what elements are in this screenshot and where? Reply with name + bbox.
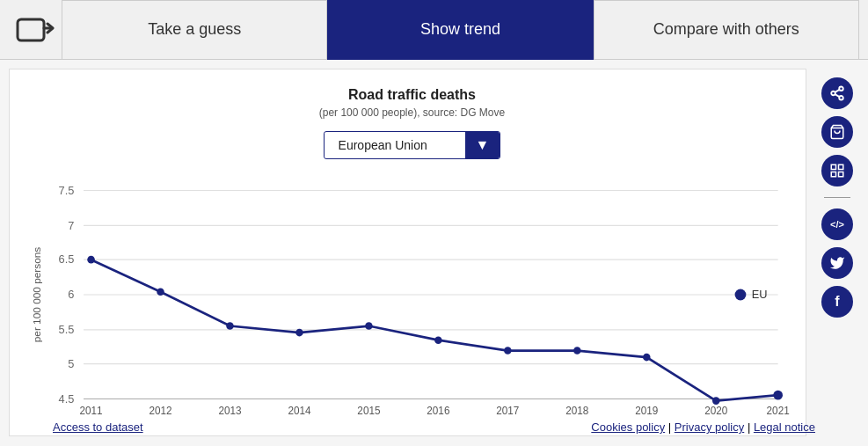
footer-right: Cookies policy | Privacy policy | Legal … (591, 420, 815, 434)
chart-card: Road traffic deaths (per 100 000 people)… (9, 69, 806, 436)
access-dataset-link[interactable]: Access to dataset (53, 420, 143, 434)
dropdown-chevron[interactable]: ▼ (465, 132, 500, 158)
dropdown-value: European Union (325, 133, 465, 157)
chart-title: Road traffic deaths (27, 87, 797, 103)
svg-text:2014: 2014 (288, 405, 311, 416)
svg-text:2017: 2017 (496, 405, 519, 416)
chart-area: 7.5 7 6.5 6 5.5 5 4.5 2011 2012 (27, 172, 797, 418)
svg-point-32 (434, 336, 442, 344)
side-divider (824, 197, 850, 198)
svg-point-30 (295, 329, 303, 337)
svg-text:2016: 2016 (427, 405, 450, 416)
svg-point-27 (87, 256, 95, 264)
svg-text:5.5: 5.5 (59, 323, 75, 336)
svg-text:2012: 2012 (149, 405, 171, 416)
chart-subtitle: (per 100 000 people), source: DG Move (27, 106, 797, 119)
svg-text:6.5: 6.5 (59, 252, 75, 266)
svg-point-41 (839, 87, 843, 91)
svg-text:6: 6 (68, 288, 74, 301)
svg-text:5: 5 (68, 357, 74, 370)
share-icon[interactable] (821, 77, 853, 109)
svg-text:2018: 2018 (565, 405, 589, 416)
svg-text:per 100 000 persons: per 100 000 persons (31, 247, 42, 343)
nav-icon (9, 12, 62, 48)
footer: Access to dataset Cookies policy | Priva… (0, 420, 868, 434)
tab-take-a-guess[interactable]: Take a guess (62, 0, 327, 60)
top-navigation: Take a guess Show trend Compare with oth… (0, 0, 868, 60)
grid-icon[interactable] (821, 155, 853, 186)
svg-point-34 (573, 347, 581, 355)
facebook-icon[interactable]: f (821, 286, 853, 318)
line-chart: 7.5 7 6.5 6 5.5 5 4.5 2011 2012 (27, 172, 797, 418)
svg-point-33 (504, 347, 512, 355)
tab-compare-with-others[interactable]: Compare with others (594, 0, 859, 60)
svg-text:2019: 2019 (635, 405, 658, 416)
svg-point-29 (226, 322, 234, 330)
svg-rect-0 (18, 19, 44, 40)
svg-rect-47 (831, 165, 835, 169)
svg-text:2013: 2013 (218, 405, 242, 416)
svg-point-42 (831, 91, 835, 96)
dropdown-wrapper: European Union ▼ (27, 131, 797, 159)
svg-point-35 (643, 354, 651, 362)
svg-text:4.5: 4.5 (59, 392, 75, 406)
legal-link[interactable]: Legal notice (754, 420, 815, 434)
svg-text:2020: 2020 (704, 405, 728, 416)
svg-line-44 (835, 94, 839, 97)
svg-text:2021: 2021 (767, 405, 790, 416)
code-icon[interactable]: </> (821, 208, 853, 240)
svg-point-28 (157, 288, 164, 296)
cookies-link[interactable]: Cookies policy (591, 420, 665, 434)
privacy-link[interactable]: Privacy policy (675, 420, 744, 434)
svg-text:2011: 2011 (80, 405, 103, 416)
svg-point-43 (839, 96, 843, 100)
region-dropdown[interactable]: European Union ▼ (324, 131, 501, 159)
svg-rect-49 (831, 172, 835, 177)
svg-text:7: 7 (68, 219, 74, 232)
twitter-icon[interactable] (821, 247, 853, 279)
tab-show-trend[interactable]: Show trend (327, 0, 593, 60)
svg-line-45 (835, 90, 839, 92)
svg-rect-50 (839, 172, 843, 177)
basket-icon[interactable] (821, 116, 853, 148)
svg-text:2015: 2015 (357, 405, 381, 416)
svg-rect-48 (839, 165, 843, 169)
main-content: Road traffic deaths (per 100 000 people)… (0, 60, 868, 445)
svg-text:EU: EU (752, 288, 768, 301)
side-icons-panel: </> f (815, 69, 859, 436)
svg-point-31 (365, 322, 373, 330)
svg-point-36 (712, 397, 720, 405)
svg-point-37 (773, 391, 783, 400)
svg-point-39 (735, 289, 747, 301)
svg-text:7.5: 7.5 (59, 184, 75, 197)
